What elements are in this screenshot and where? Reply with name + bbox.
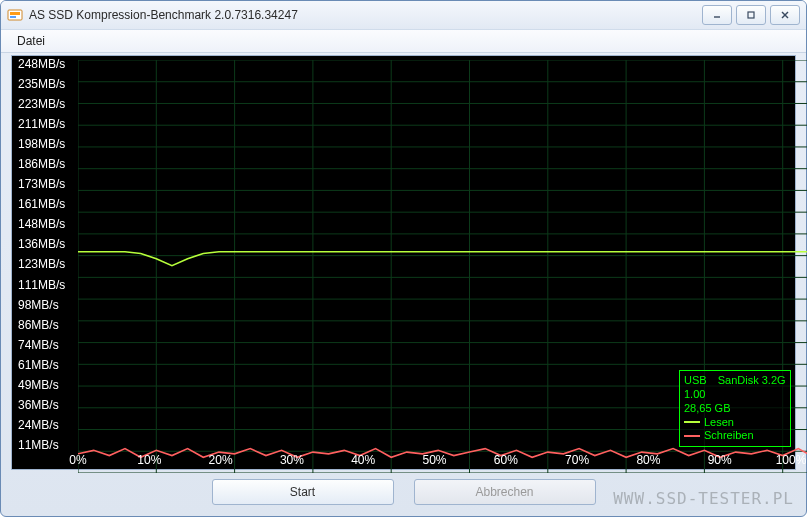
series-lesen [78, 252, 807, 266]
svg-rect-4 [748, 12, 754, 18]
titlebar: AS SSD Kompression-Benchmark 2.0.7316.34… [1, 1, 806, 29]
x-tick-label: 90% [708, 453, 732, 467]
window-controls [702, 5, 800, 25]
x-tick-label: 40% [351, 453, 375, 467]
y-tick-label: 111MB/s [18, 279, 78, 291]
legend-swatch-read [684, 421, 700, 423]
x-tick-label: 20% [209, 453, 233, 467]
legend-device: SanDisk 3.2G [718, 374, 786, 388]
legend-write-label: Schreiben [704, 429, 754, 443]
y-tick-label: 235MB/s [18, 78, 78, 90]
x-tick-label: 80% [636, 453, 660, 467]
minimize-button[interactable] [702, 5, 732, 25]
x-tick-label: 70% [565, 453, 589, 467]
x-tick-label: 10% [137, 453, 161, 467]
y-tick-label: 211MB/s [18, 118, 78, 130]
y-tick-label: 136MB/s [18, 238, 78, 250]
window-title: AS SSD Kompression-Benchmark 2.0.7316.34… [29, 8, 702, 22]
maximize-button[interactable] [736, 5, 766, 25]
legend-read-label: Lesen [704, 416, 734, 430]
menu-datei[interactable]: Datei [9, 32, 53, 50]
legend-box: USB SanDisk 3.2G 1.00 28,65 GB Lesen Sch… [679, 370, 791, 447]
y-tick-label: 248MB/s [18, 58, 78, 70]
start-button[interactable]: Start [212, 479, 394, 505]
x-tick-label: 100% [776, 453, 807, 467]
y-tick-label: 61MB/s [18, 359, 78, 371]
watermark: WWW.SSD-TESTER.PL [613, 489, 794, 508]
y-tick-label: 11MB/s [18, 439, 78, 451]
svg-rect-2 [10, 16, 16, 18]
y-tick-label: 161MB/s [18, 198, 78, 210]
y-tick-label: 123MB/s [18, 258, 78, 270]
legend-swatch-write [684, 435, 700, 437]
svg-rect-1 [10, 12, 20, 15]
app-window: AS SSD Kompression-Benchmark 2.0.7316.34… [0, 0, 807, 517]
close-button[interactable] [770, 5, 800, 25]
menubar: Datei [1, 29, 806, 53]
x-axis-labels: 0%10%20%30%40%50%60%70%80%90%100% [78, 453, 791, 467]
y-tick-label: 49MB/s [18, 379, 78, 391]
chart-area: 248MB/s235MB/s223MB/s211MB/s198MB/s186MB… [11, 55, 796, 470]
x-tick-label: 50% [422, 453, 446, 467]
y-tick-label: 74MB/s [18, 339, 78, 351]
y-tick-label: 24MB/s [18, 419, 78, 431]
y-axis-labels: 248MB/s235MB/s223MB/s211MB/s198MB/s186MB… [18, 58, 78, 451]
legend-fw: 1.00 [684, 388, 705, 402]
x-tick-label: 30% [280, 453, 304, 467]
y-tick-label: 86MB/s [18, 319, 78, 331]
app-icon [7, 7, 23, 23]
y-tick-label: 198MB/s [18, 138, 78, 150]
y-tick-label: 173MB/s [18, 178, 78, 190]
y-tick-label: 148MB/s [18, 218, 78, 230]
x-tick-label: 0% [69, 453, 86, 467]
y-tick-label: 36MB/s [18, 399, 78, 411]
legend-capacity: 28,65 GB [684, 402, 730, 416]
legend-iface: USB [684, 374, 707, 388]
y-tick-label: 186MB/s [18, 158, 78, 170]
y-tick-label: 98MB/s [18, 299, 78, 311]
abort-button: Abbrechen [414, 479, 596, 505]
y-tick-label: 223MB/s [18, 98, 78, 110]
x-tick-label: 60% [494, 453, 518, 467]
